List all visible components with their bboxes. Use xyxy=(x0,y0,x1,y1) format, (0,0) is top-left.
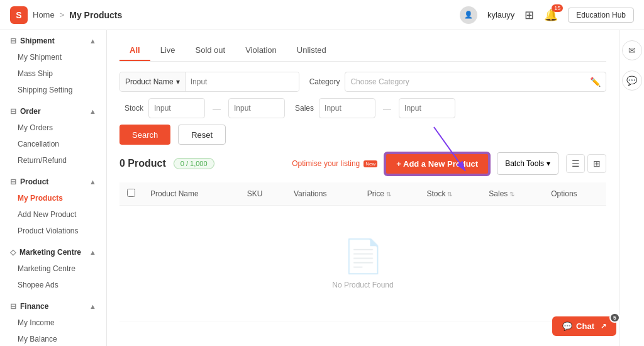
add-product-button[interactable]: + Add a New Product xyxy=(385,153,489,175)
tab-unlisted[interactable]: Unlisted xyxy=(287,40,336,61)
sidebar-section-shipment: ⊟Shipment ▲ My Shipment Mass Ship Shippi… xyxy=(0,30,106,98)
grid-view-button[interactable]: ⊞ xyxy=(587,154,606,173)
chat-badge: 5 xyxy=(609,313,620,323)
edit-icon[interactable]: ✏️ xyxy=(590,77,601,87)
col-variations: Variations xyxy=(286,182,360,206)
sidebar-item-returnrefund[interactable]: Return/Refund xyxy=(0,152,106,169)
product-name-label: Product Name xyxy=(125,77,174,86)
batch-tools-arrow: ▾ xyxy=(547,159,550,168)
stock-label: Stock xyxy=(125,104,143,113)
grid-icon[interactable]: ⊞ xyxy=(525,8,534,22)
shipment-icon: ⊟ xyxy=(10,36,16,45)
col-product-name: Product Name xyxy=(143,182,240,206)
content-area: All Live Sold out Violation Unlisted Pro… xyxy=(107,30,619,346)
stock-max-input[interactable] xyxy=(228,98,285,118)
sidebar-item-mybalance[interactable]: My Balance xyxy=(0,331,106,346)
tabs-bar: All Live Sold out Violation Unlisted xyxy=(119,40,606,62)
chevron-up-icon: ▲ xyxy=(89,37,96,45)
stock-min-input[interactable] xyxy=(148,98,205,118)
tab-all[interactable]: All xyxy=(119,40,150,61)
new-badge: New xyxy=(364,160,377,167)
product-name-dropdown[interactable]: Product Name ▾ xyxy=(120,72,186,91)
sidebar-section-header-order[interactable]: ⊟Order ▲ xyxy=(0,101,106,120)
education-hub-button[interactable]: Education Hub xyxy=(568,8,634,23)
finance-icon: ⊟ xyxy=(10,302,16,311)
tab-violation[interactable]: Violation xyxy=(235,40,287,61)
chevron-up-icon-finance: ▲ xyxy=(89,303,96,310)
sidebar-item-marketingcentre[interactable]: Marketing Centre xyxy=(0,260,106,277)
tab-soldout[interactable]: Sold out xyxy=(185,40,235,61)
sidebar-item-cancellation[interactable]: Cancellation xyxy=(0,136,106,152)
col-sales[interactable]: Sales xyxy=(481,182,543,206)
search-button[interactable]: Search xyxy=(119,125,170,145)
topbar-right: 👤 kylauyy ⊞ 🔔 15 Education Hub xyxy=(460,6,634,24)
right-sidebar: ✉ 💬 xyxy=(619,30,644,346)
sidebar-item-shopeeads[interactable]: Shopee Ads xyxy=(0,277,106,293)
batch-tools-button[interactable]: Batch Tools ▾ xyxy=(497,152,558,175)
product-icon: ⊟ xyxy=(10,177,16,186)
chevron-up-icon-order: ▲ xyxy=(89,108,96,115)
tab-live[interactable]: Live xyxy=(150,40,186,61)
view-toggle: ☰ ⊞ xyxy=(566,154,606,173)
chevron-up-icon-product: ▲ xyxy=(89,178,96,186)
col-options: Options xyxy=(543,182,606,206)
filter-row-2: Stock — Sales — xyxy=(119,98,606,118)
stock-range-dash: — xyxy=(210,104,223,113)
support-icon[interactable]: 💬 xyxy=(622,70,642,91)
username: kylauyy xyxy=(487,10,514,20)
dropdown-arrow-icon: ▾ xyxy=(176,77,180,86)
product-name-input[interactable] xyxy=(186,72,299,91)
topbar: S Home > My Products 👤 kylauyy ⊞ 🔔 15 Ed… xyxy=(0,0,644,30)
optimize-listing-link[interactable]: Optimise your listing New xyxy=(292,159,377,168)
notif-badge: 15 xyxy=(552,4,563,12)
chat-icon: 💬 xyxy=(562,321,572,331)
page-title: My Products xyxy=(69,10,122,20)
sidebar-item-myproducts[interactable]: My Products xyxy=(0,190,106,206)
product-bar: 0 Product 0 / 1,000 Optimise your listin… xyxy=(119,152,606,175)
sidebar-item-myorders[interactable]: My Orders xyxy=(0,120,106,136)
list-view-button[interactable]: ☰ xyxy=(566,154,585,173)
category-placeholder: Choose Category xyxy=(350,77,409,86)
sidebar-section-header-finance[interactable]: ⊟Finance ▲ xyxy=(0,296,106,315)
chevron-up-icon-marketing: ▲ xyxy=(89,248,96,256)
sidebar-section-header-marketing[interactable]: ◇Marketing Centre ▲ xyxy=(0,242,106,260)
sales-min-input[interactable] xyxy=(319,98,375,118)
category-filter-wrap[interactable]: Choose Category ✏️ xyxy=(345,72,606,92)
col-sku: SKU xyxy=(240,182,286,206)
sidebar-section-header-shipment[interactable]: ⊟Shipment ▲ xyxy=(0,30,106,49)
sales-range-dash: — xyxy=(380,104,394,113)
col-price[interactable]: Price xyxy=(360,182,419,206)
sidebar-item-shippingsetting[interactable]: Shipping Setting xyxy=(0,82,106,98)
notification-bell[interactable]: 🔔 15 xyxy=(544,8,558,22)
sidebar-section-marketing: ◇Marketing Centre ▲ Marketing Centre Sho… xyxy=(0,242,106,293)
product-table: Product Name SKU Variations Price Stock … xyxy=(119,182,606,321)
sidebar: ⊟Shipment ▲ My Shipment Mass Ship Shippi… xyxy=(0,30,107,346)
sidebar-section-finance: ⊟Finance ▲ My Income My Balance Bank Acc… xyxy=(0,296,106,346)
reset-button[interactable]: Reset xyxy=(178,125,226,145)
empty-state: 📄 No Product Found xyxy=(127,212,599,315)
product-count: 0 Product xyxy=(119,158,166,169)
sidebar-item-massship[interactable]: Mass Ship xyxy=(0,65,106,82)
product-name-filter-wrap: Product Name ▾ xyxy=(119,72,299,92)
breadcrumb-separator: > xyxy=(60,10,65,20)
sidebar-section-order: ⊟Order ▲ My Orders Cancellation Return/R… xyxy=(0,101,106,169)
product-quota: 0 / 1,000 xyxy=(174,158,214,169)
select-all-checkbox[interactable] xyxy=(127,189,135,197)
empty-state-row: 📄 No Product Found xyxy=(119,206,606,321)
chat-expand-icon: ↗ xyxy=(601,322,606,330)
sidebar-item-addnewproduct[interactable]: Add New Product xyxy=(0,206,106,223)
message-icon[interactable]: ✉ xyxy=(622,40,642,60)
empty-text: No Product Found xyxy=(332,281,393,289)
sidebar-section-header-product[interactable]: ⊟Product ▲ xyxy=(0,171,106,190)
sidebar-item-myincome[interactable]: My Income xyxy=(0,315,106,331)
sales-label: Sales xyxy=(295,104,314,113)
sidebar-section-product: ⊟Product ▲ My Products Add New Product P… xyxy=(0,171,106,239)
chat-button[interactable]: 💬 Chat 5 ↗ xyxy=(552,316,616,336)
sales-max-input[interactable] xyxy=(399,98,455,118)
col-stock[interactable]: Stock xyxy=(419,182,481,206)
sidebar-item-myshipment[interactable]: My Shipment xyxy=(0,49,106,65)
sidebar-item-productviolations[interactable]: Product Violations xyxy=(0,223,106,239)
batch-tools-label: Batch Tools xyxy=(505,159,544,168)
shopee-logo: S xyxy=(10,6,28,24)
home-link[interactable]: Home xyxy=(33,10,55,20)
